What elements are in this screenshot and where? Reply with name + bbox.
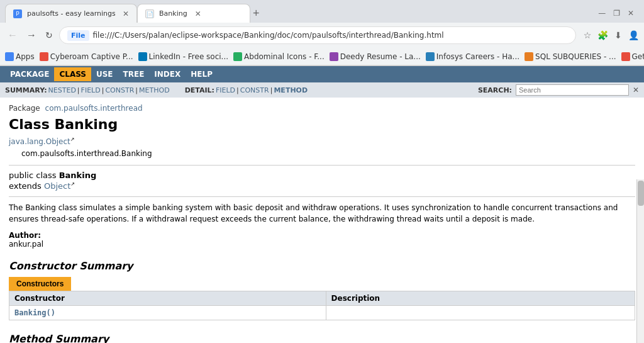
sql-icon — [525, 52, 533, 61]
method-summary: Method Summary All Methods Static Method… — [9, 330, 635, 343]
summary-field[interactable]: FIELD — [81, 86, 101, 94]
summary-method[interactable]: METHOD — [139, 86, 170, 94]
separator2 — [9, 196, 635, 197]
deedy-icon — [330, 52, 338, 61]
content: Package com.paulsofts.interthread Class … — [0, 98, 644, 343]
banking-constructor-link[interactable]: Banking() — [14, 308, 55, 317]
tab-1[interactable]: P paulsofts - easy learnings @ o... ✕ — [5, 4, 137, 23]
detail-constr[interactable]: CONSTR — [240, 86, 269, 94]
infosys-icon — [426, 52, 435, 61]
bookmarks-bar: Apps Cyberoam Captive P... LinkedIn - Fr… — [0, 48, 644, 65]
bookmark-cyberoam[interactable]: Cyberoam Captive P... — [40, 52, 133, 61]
profile-icon[interactable]: 👤 — [628, 30, 639, 40]
tab-bar: P paulsofts - easy learnings @ o... ✕ 📄 … — [0, 0, 644, 23]
back-button[interactable]: ← — [5, 28, 20, 42]
class-declaration: public class Banking — [9, 171, 635, 180]
detail-sep2: | — [270, 86, 273, 94]
summary-sep1: | — [77, 86, 80, 94]
download-icon[interactable]: ⬇ — [614, 30, 622, 40]
close-button[interactable]: ✕ — [628, 9, 634, 18]
bookmark-abdominal[interactable]: Abdominal Icons - F... — [233, 52, 325, 61]
url-bar[interactable]: File file:///C:/Users/palan/eclipse-work… — [59, 26, 576, 44]
summary-nested[interactable]: NESTED — [48, 86, 76, 94]
nav-tree[interactable]: TREE — [118, 67, 150, 81]
nav-class[interactable]: CLASS — [54, 67, 91, 81]
tab2-title: Banking — [159, 9, 187, 18]
separator1 — [9, 165, 635, 166]
content-area: Package com.paulsofts.interthread Class … — [0, 98, 644, 343]
constructor-summary-title: Constructor Summary — [9, 257, 635, 272]
class-hierarchy: java.lang.Object↗ com.paulsofts.interthr… — [9, 136, 635, 160]
constructor-code: Banking() — [14, 308, 55, 317]
constructor-summary: Constructor Summary Constructors Constru… — [9, 257, 635, 320]
abdominal-icon — [233, 52, 242, 61]
url-text: file:///C:/Users/palan/eclipse-workspace… — [93, 31, 568, 40]
detail-method[interactable]: METHOD — [274, 86, 308, 94]
extends-link[interactable]: Object — [44, 182, 70, 191]
class-title: Class Banking — [9, 116, 635, 132]
constructor-col-header: Constructor — [9, 291, 326, 305]
getpaid-icon — [621, 52, 630, 61]
summary-constr[interactable]: CONSTR — [105, 86, 134, 94]
author-label: Author: — [9, 231, 41, 240]
bookmark-apps[interactable]: Apps — [5, 52, 35, 61]
address-actions: ☆ 🧩 ⬇ 👤 — [584, 30, 639, 40]
scrollbar-thumb[interactable] — [638, 181, 644, 206]
new-tab-button[interactable]: + — [253, 8, 260, 19]
tab1-close[interactable]: ✕ — [123, 9, 129, 18]
summary-bar: SUMMARY: NESTED | FIELD | CONSTR | METHO… — [0, 82, 644, 98]
author-name: ankur.pal — [9, 240, 43, 249]
constructors-tab-button[interactable]: Constructors — [9, 277, 71, 291]
cyberoam-icon — [40, 52, 48, 61]
summary-label: SUMMARY: — [5, 86, 47, 94]
class-description: The Banking class simulates a simple ban… — [9, 202, 635, 225]
reload-button[interactable]: ↻ — [43, 29, 55, 42]
description-col-header: Description — [326, 291, 635, 305]
bookmark-deedy[interactable]: Deedy Resume - La... — [330, 52, 421, 61]
package-label: Package — [9, 104, 40, 113]
bookmark-sql[interactable]: SQL SUBQUERIES - ... — [525, 52, 616, 61]
linkedin-icon — [138, 52, 147, 61]
package-link[interactable]: com.paulsofts.interthread — [45, 104, 143, 113]
search-input[interactable] — [516, 84, 629, 96]
public-keyword: public class — [9, 171, 59, 180]
bookmark-star-icon[interactable]: ☆ — [584, 30, 592, 40]
table-row: Banking() — [9, 305, 635, 320]
summary-sep2: | — [102, 86, 104, 94]
nav-help[interactable]: HELP — [186, 67, 218, 81]
minimize-button[interactable]: — — [598, 9, 606, 18]
browser-chrome: P paulsofts - easy learnings @ o... ✕ 📄 … — [0, 0, 644, 66]
hierarchy-object-link[interactable]: java.lang.Object — [9, 137, 70, 146]
bookmark-infosys[interactable]: Infosys Careers - Ha... — [426, 52, 519, 61]
hierarchy-banking: com.paulsofts.interthread.Banking — [21, 148, 635, 160]
summary-sep3: | — [135, 86, 138, 94]
constructor-table: Constructor Description Banking() — [9, 291, 635, 320]
tab1-title: paulsofts - easy learnings @ o... — [27, 9, 115, 18]
apps-icon — [5, 52, 14, 61]
window-controls: — ❐ ✕ — [598, 9, 639, 18]
package-line: Package com.paulsofts.interthread — [9, 104, 635, 113]
maximize-button[interactable]: ❐ — [613, 9, 620, 18]
constructor-description — [326, 305, 635, 320]
tab-2[interactable]: 📄 Banking ✕ — [137, 4, 250, 23]
author-section: Author: ankur.pal — [9, 231, 635, 249]
detail-field[interactable]: FIELD — [216, 86, 235, 94]
summary-links: SUMMARY: NESTED | FIELD | CONSTR | METHO… — [5, 86, 308, 94]
extends-line: extends Object↗ — [9, 181, 635, 191]
extends-sup: ↗ — [70, 181, 75, 187]
extends-keyword: extends — [9, 182, 44, 191]
bookmark-linkedin[interactable]: LinkedIn - Free soci... — [138, 52, 229, 61]
bookmark-getpaid[interactable]: Get Paid — [621, 52, 644, 61]
forward-button[interactable]: → — [24, 28, 39, 42]
search-clear-button[interactable]: ✕ — [633, 86, 639, 94]
tab2-close[interactable]: ✕ — [195, 9, 201, 18]
extensions-icon[interactable]: 🧩 — [597, 30, 608, 40]
tab1-favicon: P — [13, 9, 22, 18]
javadoc-nav: PACKAGE CLASS USE TREE INDEX HELP — [0, 66, 644, 82]
nav-use[interactable]: USE — [91, 67, 118, 81]
file-label: File — [71, 31, 86, 40]
constructor-tab-buttons: Constructors — [9, 277, 635, 291]
nav-index[interactable]: INDEX — [149, 67, 186, 81]
scrollbar[interactable] — [636, 179, 644, 343]
nav-package[interactable]: PACKAGE — [5, 67, 54, 81]
